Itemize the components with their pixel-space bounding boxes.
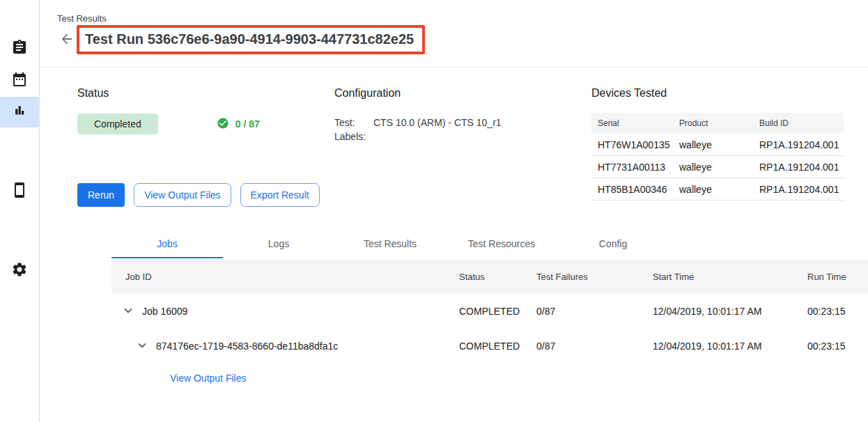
device-build-id: RP1A.191204.001 [759,162,844,173]
rerun-button[interactable]: Rerun [77,183,125,207]
config-row-test: Test: CTS 10.0 (ARM) - CTS 10_r1 [334,116,591,130]
device-product: walleye [679,139,759,150]
device-product: walleye [679,184,759,195]
devices-col-product: Product [679,118,759,128]
action-buttons: Rerun View Output Files Export Result [77,183,334,207]
breadcrumb: Test Results [57,13,107,24]
tab-jobs[interactable]: Jobs [111,230,223,258]
device-build-id: RP1A.191204.001 [759,184,844,195]
job-failures: 0/87 [536,341,653,352]
devices-col-build-id: Build ID [759,118,844,128]
back-button[interactable] [58,31,76,49]
chevron-down-icon [134,338,150,355]
view-output-files-link[interactable]: View Output Files [170,373,246,384]
jobs-footer: View Output Files [170,372,868,384]
table-row: Job 16009 COMPLETED 0/87 12/04/2019, 10:… [111,294,868,329]
device-product: walleye [679,162,759,173]
devices-col-serial: Serial [598,118,679,128]
job-start-time: 12/04/2019, 10:01:17 AM [653,341,807,352]
configuration-heading: Configuration [334,86,591,100]
device-serial: HT76W1A00135 [598,139,679,150]
table-row: 874176ec-1719-4583-8660-de11ba8dfa1c COM… [111,329,868,364]
tab-bar: Jobs Logs Test Results Test Resources Co… [111,230,868,258]
configuration-rows: Test: CTS 10.0 (ARM) - CTS 10_r1 Labels: [334,116,591,143]
status-line: Completed 0 / 87 [77,114,334,134]
config-row-labels: Labels: [334,130,591,143]
devices-table: Serial Product Build ID HT76W1A00135 wal… [591,113,844,201]
content: Status Completed 0 / 87 Rerun View Outpu… [40,68,868,384]
job-failures: 0/87 [536,306,653,317]
sidebar-item-devices[interactable] [0,176,39,207]
clipboard-icon [11,39,28,58]
job-status: COMPLETED [459,341,536,352]
config-labels-label: Labels: [334,130,373,143]
device-build-id: RP1A.191204.001 [759,139,844,150]
job-id-cell: 874176ec-1719-4583-8660-de11ba8dfa1c [111,338,459,354]
sidebar-item-test-results[interactable] [0,97,39,127]
table-row: HT7731A00113 walleye RP1A.191204.001 [591,156,844,178]
device-serial: HT85B1A00346 [598,184,679,195]
smartphone-icon [11,182,28,201]
jobs-col-status: Status [459,272,536,282]
devices-section: Devices Tested Serial Product Build ID H… [591,86,844,207]
table-row: HT85B1A00346 walleye RP1A.191204.001 [591,178,844,201]
tab-config[interactable]: Config [557,230,669,258]
expand-row-button[interactable] [120,303,137,320]
summary-row: Status Completed 0 / 87 Rerun View Outpu… [77,86,868,207]
export-result-button[interactable]: Export Result [240,183,320,207]
chevron-down-icon [121,303,136,320]
devices-table-header: Serial Product Build ID [591,113,844,134]
page-title: Test Run 536c76e6-9a90-4914-9903-447731c… [77,25,425,54]
tab-logs[interactable]: Logs [223,230,334,258]
config-test-label: Test: [334,116,373,130]
tab-test-results[interactable]: Test Results [334,230,446,258]
check-circle-icon [217,117,229,132]
status-heading: Status [77,86,334,100]
jobs-col-run-time: Run Time [807,272,868,282]
tab-test-resources[interactable]: Test Resources [446,230,557,258]
job-id-cell: Job 16009 [111,303,459,320]
calendar-icon [11,71,28,91]
table-row: HT76W1A00135 walleye RP1A.191204.001 [591,134,844,156]
jobs-table: Job ID Status Test Failures Start Time R… [111,260,868,384]
page-header: Test Results Test Run 536c76e6-9a90-4914… [40,0,868,68]
sidebar-item-test-plans[interactable] [0,33,39,64]
jobs-col-test-failures: Test Failures [536,272,653,282]
job-start-time: 12/04/2019, 10:01:17 AM [653,306,807,317]
jobs-col-start-time: Start Time [653,272,807,282]
job-run-time: 00:23:15 [807,306,868,317]
job-attempt-id: 874176ec-1719-4583-8660-de11ba8dfa1c [156,341,338,352]
job-run-time: 00:23:15 [807,341,868,352]
title-row: Test Run 536c76e6-9a90-4914-9903-447731c… [58,25,425,54]
status-section: Status Completed 0 / 87 Rerun View Outpu… [77,86,334,207]
sidebar [0,0,40,422]
status-badge: Completed [77,114,158,134]
pass-count-text: 0 / 87 [235,118,260,130]
sidebar-item-settings[interactable] [0,256,39,286]
job-status: COMPLETED [459,306,536,317]
main-area: Test Results Test Run 536c76e6-9a90-4914… [40,0,868,422]
jobs-col-job-id: Job ID [111,272,459,282]
back-arrow-icon [59,31,75,49]
devices-heading: Devices Tested [591,86,844,100]
jobs-table-header: Job ID Status Test Failures Start Time R… [111,260,868,294]
job-id: Job 16009 [142,306,187,317]
device-serial: HT7731A00113 [598,162,679,173]
pass-count: 0 / 87 [217,117,260,132]
view-output-files-button[interactable]: View Output Files [134,183,231,207]
gear-icon [11,261,28,281]
bar-chart-icon [11,102,28,122]
configuration-section: Configuration Test: CTS 10.0 (ARM) - CTS… [334,86,591,207]
expand-row-button[interactable] [134,338,150,354]
sidebar-item-schedule[interactable] [0,65,39,96]
config-test-value: CTS 10.0 (ARM) - CTS 10_r1 [373,116,502,130]
